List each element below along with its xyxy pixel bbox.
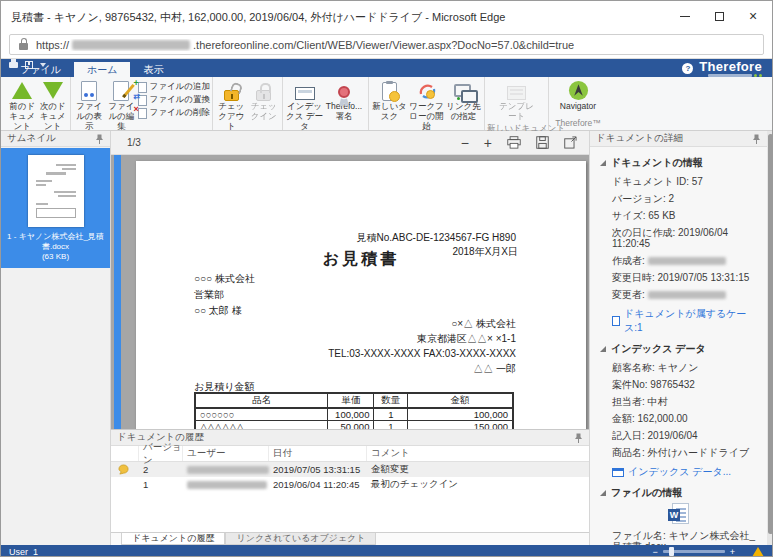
col-version[interactable]: バージョン — [139, 446, 183, 461]
button-label: 新しいタスク — [371, 102, 408, 122]
zoom-control: − + — [652, 547, 764, 557]
quote-number: 見積No.ABC-DE-1234567-FG H890 — [356, 231, 516, 245]
history-row[interactable]: 1 2019/06/04 11:20:45 最初のチェックイン — [111, 477, 589, 492]
group-workflow: 新しいタスク ワークフローの開始 リンク先の指定 ワークフロー — [369, 77, 485, 130]
therefore-signature-button[interactable]: Therefo... 署名 — [323, 78, 365, 122]
next-document-button[interactable]: 次のドキュメント — [38, 78, 69, 131]
button-label: 前のドキュメント — [7, 102, 38, 131]
pin-icon[interactable] — [752, 134, 761, 144]
tab-home[interactable]: ホーム — [74, 62, 130, 77]
index-data-button[interactable]: インデックス データ — [286, 78, 323, 131]
case-link[interactable]: ドキュメントが属するケース:1 — [612, 307, 763, 335]
help-icon[interactable]: ? — [682, 63, 693, 74]
window-title: 見積書 - キヤノン, 98765432, 中村, 162,000.00, 20… — [11, 10, 505, 25]
next-document-icon — [43, 79, 63, 102]
thumbnail-item-selected[interactable]: 1 - キヤノン株式会社_見積書.docx (63 KB) — [1, 148, 110, 268]
checkout-button[interactable]: チェックアウト — [215, 78, 248, 131]
history-panel: ドキュメントの履歴 バージョン ユーザー 日付 コメント 2 2019/07/0… — [111, 429, 589, 532]
url-path: .thereforeonline.com/Client/WEB/Viewer/V… — [193, 39, 574, 51]
zoom-minus-button[interactable]: − — [652, 547, 657, 557]
col-unit-price: 単価 — [328, 393, 374, 408]
tab-linked-objects[interactable]: リンクされているオブジェクト — [225, 533, 376, 545]
prev-document-button[interactable]: 前のドキュメント — [7, 78, 38, 131]
status-bar: User_1 − + — [1, 545, 772, 557]
section-document-info[interactable]: ドキュメントの情報 — [600, 156, 763, 170]
col-user[interactable]: ユーザー — [183, 446, 269, 461]
viewer-toolbar: 1/3 − + — [111, 131, 589, 155]
warning-triangle-icon[interactable] — [752, 547, 764, 557]
add-file-button[interactable]: +ファイルの追加 — [138, 81, 211, 93]
section-file-info[interactable]: ファイルの情報 — [600, 486, 763, 500]
redacted-user — [187, 466, 269, 474]
start-workflow-icon — [417, 79, 437, 102]
col-comment[interactable]: コメント — [367, 446, 589, 461]
thumbnail-panel: サムネイル 1 - キヤノン株式会社_見積書.docx (63 KB) — [1, 131, 111, 545]
minimize-button[interactable] — [668, 1, 702, 31]
prev-document-icon — [12, 79, 32, 102]
open-external-button[interactable] — [564, 136, 577, 149]
index-data-link[interactable]: インデックス データ... — [612, 465, 763, 479]
button-label: ワークフローの開始 — [408, 102, 445, 131]
url-scheme: https:// — [36, 39, 69, 51]
maximize-icon — [715, 12, 724, 21]
sender-person: △△ 一郎 — [328, 361, 516, 376]
view-file-button[interactable]: ファイルの表示 — [73, 78, 105, 131]
pin-icon[interactable] — [574, 433, 583, 443]
button-label: インデックス データ — [286, 102, 323, 131]
zoom-slider[interactable] — [663, 550, 725, 553]
brand-name: Therefore — [699, 60, 762, 73]
button-label: チェックアウト — [215, 102, 248, 131]
save-button[interactable] — [536, 136, 549, 149]
close-button[interactable]: × — [736, 1, 770, 31]
tab-file[interactable]: ファイル — [7, 62, 74, 77]
recipient-department: 営業部 — [194, 287, 255, 303]
checkout-lock-icon — [224, 79, 239, 102]
button-label: ファイルの表示 — [73, 102, 105, 131]
delete-file-button[interactable]: ×ファイルの削除 — [138, 107, 211, 119]
button-label: チェックイン — [248, 102, 281, 122]
link-target-button[interactable]: リンク先の指定 — [445, 78, 482, 122]
ribbon: 前のドキュメント 次のドキュメント 移動 ファイルの表示 ファイルの編集 — [1, 77, 772, 131]
doc-id: ドキュメント ID: 57 — [612, 176, 763, 187]
link-target-icon — [453, 79, 475, 102]
tab-view[interactable]: 表示 — [130, 62, 176, 77]
zoom-in-button[interactable]: + — [484, 136, 492, 150]
scrollbar-thumb[interactable] — [768, 134, 773, 534]
print-button[interactable] — [507, 136, 521, 149]
thumbnail-caption: 1 - キヤノン株式会社_見積書.docx — [3, 232, 108, 252]
pin-icon[interactable] — [95, 134, 104, 144]
address-bar: https://.thereforeonline.com/Client/WEB/… — [1, 31, 772, 59]
start-workflow-button[interactable]: ワークフローの開始 — [408, 78, 445, 131]
version-marker-icon — [118, 464, 129, 475]
maximize-button[interactable] — [702, 1, 736, 31]
view-file-icon — [81, 79, 97, 102]
details-panel-title: ドキュメントの詳細 — [596, 132, 683, 145]
collapse-triangle-icon — [600, 160, 606, 166]
tab-document-history[interactable]: ドキュメントの履歴 — [121, 533, 225, 545]
new-task-button[interactable]: 新しいタスク — [371, 78, 408, 122]
col-item: 品名 — [195, 393, 328, 408]
details-panel-header: ドキュメントの詳細 — [590, 131, 767, 147]
collapse-triangle-icon — [600, 346, 606, 352]
lock-icon — [19, 43, 28, 50]
thumbnail-preview — [28, 155, 84, 227]
url-text: https://.thereforeonline.com/Client/WEB/… — [36, 39, 574, 51]
zoom-out-button[interactable]: − — [461, 136, 469, 150]
quote-table-header: 品名 単価 数量 金額 — [195, 393, 513, 408]
zoom-slider-thumb[interactable] — [669, 547, 674, 556]
zoom-plus-button[interactable]: + — [730, 547, 735, 557]
printer-icon — [507, 136, 521, 149]
index-person: 担当者: 中村 — [612, 396, 763, 407]
sender-phone: TEL:03-XXXX-XXXX FAX:03-XXXX-XXXX — [328, 346, 516, 361]
replace-file-button[interactable]: ⇄ファイルの置換 — [138, 94, 211, 106]
template-icon — [507, 79, 526, 102]
scrollbar[interactable] — [767, 131, 773, 545]
history-row[interactable]: 2 2019/07/05 13:31:15 金額変更 — [111, 462, 589, 477]
open-external-icon — [564, 136, 577, 149]
url-input[interactable]: https://.thereforeonline.com/Client/WEB/… — [9, 34, 764, 55]
sender-address: 東京都港区△△× ×1-1 — [328, 331, 516, 346]
col-date[interactable]: 日付 — [269, 446, 367, 461]
document-canvas[interactable]: 見積No.ABC-DE-1234567-FG H890 2018年X月X日 お見… — [111, 155, 589, 429]
section-index-data[interactable]: インデックス データ — [600, 342, 763, 356]
navigator-button[interactable]: Navigator — [560, 78, 597, 112]
